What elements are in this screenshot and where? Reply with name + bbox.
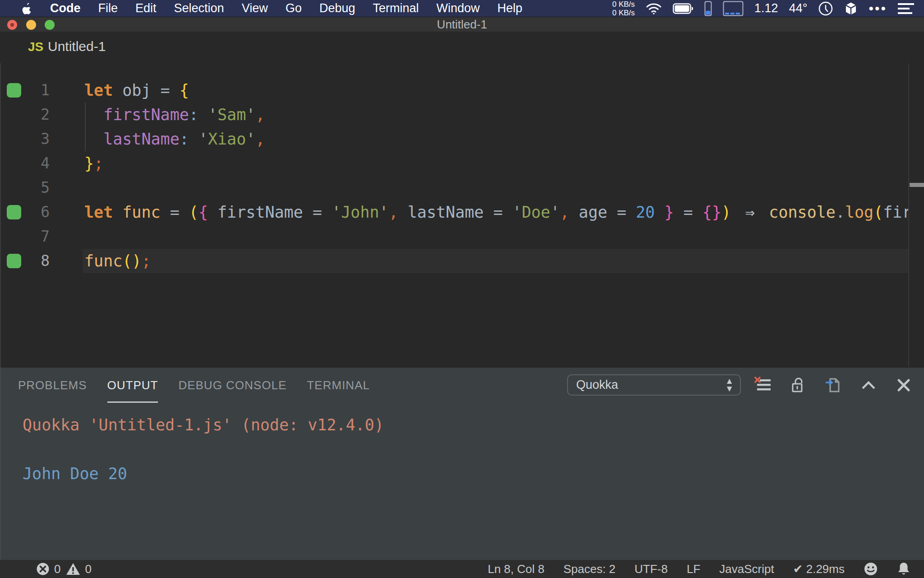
code-line-8[interactable]: 8func();	[1, 249, 924, 273]
warning-icon	[66, 562, 80, 576]
code-text: };	[84, 151, 909, 176]
vscode-window: CodeFileEditSelectionViewGoDebugTerminal…	[0, 0, 924, 578]
code-text	[84, 224, 909, 249]
panel-tab-debug-console[interactable]: DEBUG CONSOLE	[178, 369, 286, 403]
scrollbar-mark[interactable]	[910, 183, 924, 187]
menu-bar-status-area: 0 KB/s 0 KB/s 1.12 44°	[612, 0, 924, 17]
cursor-position[interactable]: Ln 8, Col 8	[488, 562, 545, 576]
clock-icon[interactable]	[818, 1, 833, 16]
panel-header: PROBLEMSOUTPUTDEBUG CONSOLETERMINAL Quok…	[1, 368, 924, 403]
lock-scrolling-button[interactable]	[790, 377, 807, 394]
menu-item-terminal[interactable]: Terminal	[373, 1, 419, 15]
code-editor[interactable]: 1let obj = {2 firstName: 'Sam',3 lastNam…	[0, 63, 924, 367]
line-number[interactable]: 3	[14, 127, 50, 151]
code-line-2[interactable]: 2 firstName: 'Sam',	[1, 103, 924, 127]
code-text: firstName: 'Sam',	[84, 103, 909, 127]
open-log-file-button[interactable]	[825, 377, 842, 394]
list-menu-icon[interactable]	[898, 3, 914, 14]
clear-output-button[interactable]	[754, 377, 772, 394]
feedback-smiley-button[interactable]	[864, 562, 878, 576]
close-panel-button[interactable]	[895, 377, 912, 394]
code-line-1[interactable]: 1let obj = {	[1, 78, 924, 103]
panel-tab-problems[interactable]: PROBLEMS	[18, 369, 87, 403]
bottom-panel: PROBLEMSOUTPUTDEBUG CONSOLETERMINAL Quok…	[0, 367, 924, 560]
cube-icon[interactable]	[844, 1, 858, 16]
menu-item-debug[interactable]: Debug	[319, 1, 356, 15]
net-up-value: 0 KB/s	[612, 0, 635, 9]
menu-item-selection[interactable]: Selection	[174, 1, 224, 15]
indentation[interactable]: Spaces: 2	[564, 562, 616, 576]
output-line: John Doe 20	[23, 461, 924, 486]
menu-item-view[interactable]: View	[242, 1, 268, 15]
scrollbar-track[interactable]	[908, 63, 909, 367]
language-mode[interactable]: JavaScript	[719, 562, 774, 576]
menu-item-edit[interactable]: Edit	[135, 1, 157, 15]
editor-tab-bar: JS Untitled-1	[0, 32, 924, 63]
line-number[interactable]: 8	[14, 249, 50, 273]
output-line	[23, 437, 924, 461]
maximize-panel-button[interactable]	[860, 377, 877, 394]
notifications-bell-button[interactable]	[897, 562, 910, 576]
code-line-5[interactable]: 5	[1, 176, 924, 200]
output-line: Quokka 'Untitled-1.js' (node: v12.4.0)	[23, 413, 924, 437]
output-channel-value: Quokka	[576, 378, 618, 392]
panel-tab-terminal[interactable]: TERMINAL	[307, 369, 370, 403]
menu-item-help[interactable]: Help	[497, 1, 522, 15]
code-text: let obj = {	[84, 78, 909, 103]
macos-menu-bar: CodeFileEditSelectionViewGoDebugTerminal…	[0, 0, 924, 17]
line-number[interactable]: 5	[14, 176, 50, 200]
meter-widget-icon[interactable]	[723, 1, 744, 16]
eol[interactable]: LF	[687, 562, 700, 576]
load-value[interactable]: 1.12	[754, 1, 778, 15]
line-number[interactable]: 6	[14, 200, 50, 224]
network-throughput[interactable]: 0 KB/s 0 KB/s	[612, 0, 635, 17]
code-line-6[interactable]: 6let func = ({ firstName = 'John', lastN…	[1, 200, 924, 224]
code-text: lastName: 'Xiao',	[84, 127, 909, 151]
net-down-value: 0 KB/s	[612, 9, 635, 17]
overflow-dots-icon[interactable]: •••	[869, 2, 887, 15]
error-count: 0	[54, 562, 60, 576]
wifi-icon[interactable]	[646, 2, 662, 15]
code-text	[84, 176, 909, 200]
tab-untitled-1[interactable]: Untitled-1	[48, 39, 106, 54]
javascript-file-icon: JS	[28, 40, 43, 54]
code-text: let func = ({ firstName = 'John', lastNa…	[84, 200, 909, 224]
window-title-bar: Untitled-1	[0, 17, 924, 32]
encoding[interactable]: UTF-8	[634, 562, 668, 576]
code-text: func();	[84, 249, 909, 273]
code-line-3[interactable]: 3 lastName: 'Xiao',	[1, 127, 924, 151]
vertical-meter-icon[interactable]	[704, 1, 712, 16]
apple-menu-icon[interactable]	[22, 2, 32, 15]
quokka-run-time[interactable]: ✔ 2.29ms	[793, 562, 845, 576]
minimize-button[interactable]	[26, 20, 36, 30]
menu-item-window[interactable]: Window	[436, 1, 480, 15]
status-bar: 0 0 Ln 8, Col 8Spaces: 2UTF-8LFJavaScrip…	[0, 560, 924, 578]
line-number[interactable]: 4	[14, 151, 50, 176]
output-view[interactable]: Quokka 'Untitled-1.js' (node: v12.4.0) J…	[1, 403, 924, 560]
battery-icon[interactable]	[673, 3, 693, 14]
zoom-button[interactable]	[45, 20, 55, 30]
menu-item-go[interactable]: Go	[286, 1, 302, 15]
line-number[interactable]: 1	[14, 78, 50, 103]
line-number[interactable]: 2	[14, 103, 50, 127]
temperature-value[interactable]: 44°	[789, 1, 808, 15]
code-line-4[interactable]: 4};	[1, 151, 924, 176]
warning-count: 0	[85, 562, 91, 576]
close-button[interactable]	[7, 20, 17, 30]
output-channel-select[interactable]: Quokka ▲▼	[567, 374, 741, 396]
code-line-7[interactable]: 7	[1, 224, 924, 249]
menu-item-file[interactable]: File	[98, 1, 118, 15]
window-title: Untitled-1	[0, 17, 924, 32]
line-number[interactable]: 7	[14, 224, 50, 249]
problems-button[interactable]: 0 0	[0, 562, 92, 576]
error-icon	[36, 562, 50, 576]
menu-item-code[interactable]: Code	[50, 1, 81, 15]
panel-tab-output[interactable]: OUTPUT	[107, 369, 158, 403]
select-arrows-icon: ▲▼	[725, 377, 734, 392]
